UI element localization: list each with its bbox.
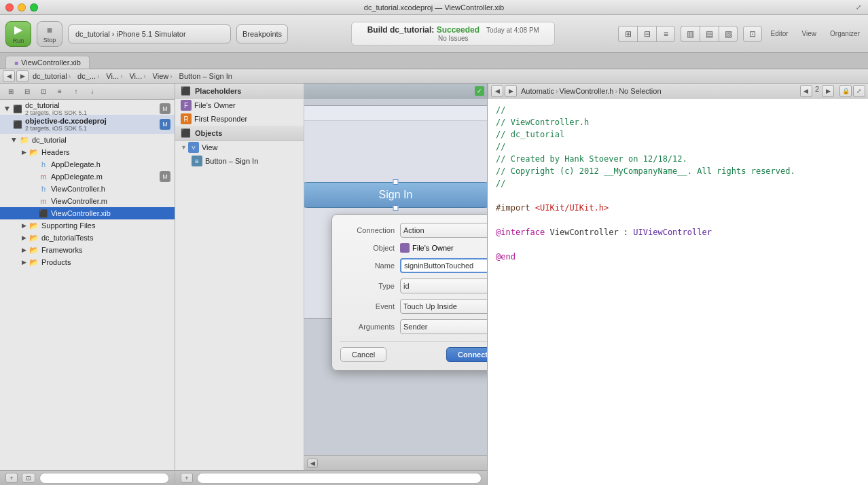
code-expand-button[interactable]: ⤢ bbox=[853, 85, 865, 97]
sidebar-item-objective-dc[interactable]: ⬛ objective-dc.xcodeproj 2 targets, iOS … bbox=[0, 115, 175, 134]
view-utilities-button[interactable]: ▧ bbox=[719, 26, 738, 42]
type-select[interactable]: id ▼ bbox=[400, 279, 487, 293]
minimize-button[interactable] bbox=[18, 3, 26, 12]
tab-viewcontroller-xib[interactable]: ■ ViewController.xib bbox=[5, 56, 90, 69]
selection-handle-bc bbox=[393, 205, 399, 211]
folder2-icon: 📂 bbox=[29, 220, 39, 231]
scheme-selector[interactable]: dc_tutorial › iPhone 5.1 Simulator bbox=[68, 24, 231, 43]
sidebar-tool-6[interactable]: ↓ bbox=[86, 86, 99, 98]
jumpbar-item-0[interactable]: dc_tutorial› bbox=[30, 71, 73, 81]
jumpbar-back-button[interactable]: ◀ bbox=[3, 70, 15, 82]
sidebar-item-viewcontroller-h[interactable]: h ViewController.h bbox=[0, 183, 175, 195]
code-line-6: // Copyright (c) 2012 __MyCompanyName__.… bbox=[496, 165, 860, 177]
jumpbar-item-2[interactable]: Vi...› bbox=[103, 71, 125, 81]
jumpbar-forward-button[interactable]: ▶ bbox=[16, 70, 29, 82]
folder-icon: 📂 bbox=[29, 147, 39, 158]
sidebar-filter-button[interactable]: ⊡ bbox=[22, 473, 35, 483]
ib-canvas-scrollbar[interactable]: ◀ bbox=[304, 455, 487, 470]
sidebar-item-headers[interactable]: ▶ 📂 Headers bbox=[0, 146, 175, 158]
dc-tests-label: dc_tutorialTests bbox=[41, 234, 93, 242]
close-button[interactable] bbox=[5, 3, 14, 12]
code-jumpbar-back[interactable]: ◀ bbox=[491, 85, 503, 97]
sign-in-button[interactable]: Sign In bbox=[304, 182, 487, 208]
code-jumpbar-forward[interactable]: ▶ bbox=[505, 85, 517, 97]
sidebar-tool-4[interactable]: ≡ bbox=[53, 86, 67, 98]
event-select[interactable]: Touch Up Inside ▼ bbox=[400, 299, 487, 314]
arguments-select[interactable]: Sender ▼ bbox=[400, 319, 487, 334]
sidebar-item-products[interactable]: ▶ 📂 Products bbox=[0, 256, 175, 268]
jumpbar-item-3[interactable]: Vi...› bbox=[126, 71, 148, 81]
connect-button[interactable]: Connect bbox=[446, 347, 487, 362]
jumpbar-item-1[interactable]: dc_...› bbox=[75, 71, 102, 81]
name-input[interactable] bbox=[400, 258, 487, 273]
sidebar-item-frameworks[interactable]: ▶ 📂 Frameworks bbox=[0, 244, 175, 256]
dialog-connection-row: Connection Action ▼ bbox=[340, 223, 487, 238]
ib-files-owner[interactable]: F File's Owner bbox=[175, 98, 304, 112]
editor-version-button[interactable]: ≡ bbox=[656, 26, 675, 42]
sidebar-item-supporting-files[interactable]: ▶ 📂 Supporting Files bbox=[0, 219, 175, 232]
connection-select[interactable]: Action ▼ bbox=[400, 223, 487, 238]
ib-first-responder[interactable]: R First Responder bbox=[175, 112, 304, 126]
breakpoints-button[interactable]: Breakpoints bbox=[236, 24, 288, 43]
organizer-button[interactable]: ⊡ bbox=[743, 26, 762, 42]
type-select-value: id bbox=[403, 282, 410, 290]
ib-canvas[interactable]: Sign In Connection bbox=[304, 98, 487, 455]
headers-label: Headers bbox=[41, 148, 70, 156]
sidebar-item-viewcontroller-m[interactable]: m ViewController.m bbox=[0, 195, 175, 207]
ib-filter-input[interactable] bbox=[197, 473, 482, 484]
sidebar-filter-input[interactable] bbox=[39, 473, 169, 484]
window-resize-icon: ⤢ bbox=[854, 3, 863, 12]
editor-assistant-button[interactable]: ⊟ bbox=[637, 26, 656, 42]
sidebar-item-dc-tutorial[interactable]: ▶ ⬛ dc_tutorial 2 targets, iOS SDK 5.1 M bbox=[0, 103, 175, 115]
jumpbar-item-4[interactable]: View› bbox=[150, 71, 175, 81]
sidebar-item-dc-tests[interactable]: ▶ 📂 dc_tutorialTests bbox=[0, 232, 175, 244]
first-responder-label: First Responder bbox=[194, 115, 247, 123]
build-time: Today at 4:08 PM bbox=[486, 26, 539, 34]
scroll-left-button[interactable]: ◀ bbox=[307, 459, 318, 468]
sidebar-tool-5[interactable]: ↑ bbox=[69, 86, 83, 98]
frameworks-label: Frameworks bbox=[41, 246, 83, 254]
sidebar-tool-2[interactable]: ⊟ bbox=[20, 86, 34, 98]
button-icon: B bbox=[192, 156, 202, 166]
arguments-select-wrapper: Sender ▼ bbox=[400, 319, 487, 334]
window-buttons[interactable] bbox=[5, 3, 38, 12]
code-jumpbar: ◀ ▶ Automatic › ViewController.h › No Se… bbox=[488, 84, 868, 98]
code-lock-button[interactable]: 🔒 bbox=[839, 85, 852, 97]
code-next-button[interactable]: ▶ bbox=[822, 85, 834, 97]
sidebar-tool-3[interactable]: ⊡ bbox=[37, 86, 50, 98]
viewcontroller-xib-label: ViewController.xib bbox=[51, 209, 111, 217]
stop-icon: ■ bbox=[47, 24, 52, 35]
appdelegate-m-badge: M bbox=[160, 171, 170, 182]
code-jumpbar-no-selection[interactable]: No Selection bbox=[619, 87, 661, 95]
code-line-13: @end bbox=[496, 251, 860, 263]
editor-label: Editor bbox=[767, 30, 791, 37]
sidebar-tool-1[interactable]: ⊞ bbox=[4, 86, 18, 98]
ib-view[interactable]: ▼ V View bbox=[175, 141, 304, 154]
code-jumpbar-automatic[interactable]: Automatic bbox=[521, 87, 554, 95]
sidebar-item-viewcontroller-xib[interactable]: ⬛ ViewController.xib bbox=[0, 207, 175, 219]
arguments-select-value: Sender bbox=[403, 323, 427, 331]
code-jumpbar-viewcontroller-h[interactable]: ViewController.h bbox=[560, 87, 614, 95]
view-debug-button[interactable]: ▤ bbox=[700, 26, 719, 42]
files-owner-icon: F bbox=[181, 100, 192, 111]
view-label: View bbox=[799, 30, 820, 37]
run-button[interactable]: ▶ Run bbox=[5, 21, 31, 47]
checkbox-icon[interactable]: ✓ bbox=[475, 86, 484, 96]
editor-standard-button[interactable]: ⊞ bbox=[618, 26, 637, 42]
ib-add-button[interactable]: + bbox=[181, 473, 193, 483]
sidebar-item-appdelegate-m[interactable]: m AppDelegate.m M bbox=[0, 170, 175, 183]
cancel-button[interactable]: Cancel bbox=[340, 347, 386, 362]
sidebar-add-button[interactable]: + bbox=[5, 473, 18, 483]
sidebar: ⊞ ⊟ ⊡ ≡ ↑ ↓ ▶ ⬛ dc_tutorial 2 targets, i… bbox=[0, 84, 175, 485]
jumpbar-item-5[interactable]: Button – Sign In bbox=[177, 71, 235, 81]
maximize-button[interactable] bbox=[30, 3, 38, 12]
jumpbar-item-label-4: View bbox=[153, 72, 169, 80]
run-icon: ▶ bbox=[14, 23, 22, 36]
ios-statusbar bbox=[304, 106, 487, 121]
sidebar-item-appdelegate-h[interactable]: h AppDelegate.h bbox=[0, 158, 175, 170]
stop-button[interactable]: ■ Stop bbox=[37, 21, 62, 47]
view-navigator-button[interactable]: ▥ bbox=[681, 26, 700, 42]
ib-button-sign-in[interactable]: B Button – Sign In bbox=[175, 154, 304, 168]
sidebar-item-dc-tutorial-root[interactable]: ▶ 📁 dc_tutorial bbox=[0, 134, 175, 146]
code-prev-button[interactable]: ◀ bbox=[800, 85, 812, 97]
